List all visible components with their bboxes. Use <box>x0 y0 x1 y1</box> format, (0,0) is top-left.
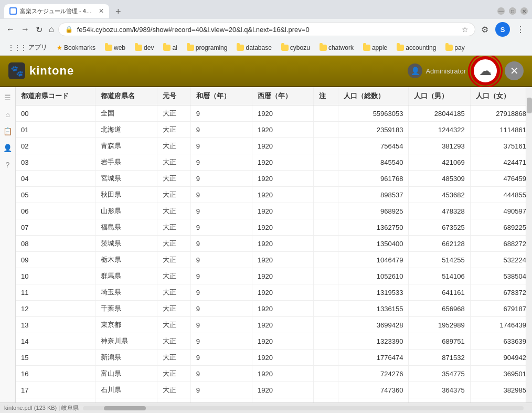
table-cell-15-6: 1776474 <box>338 350 409 366</box>
table-cell-10-2: 大正 <box>157 268 190 284</box>
table-cell-13-2: 大正 <box>157 317 190 333</box>
folder-icon <box>187 45 194 51</box>
table-row[interactable]: 03岩手県大正91920845540421069424471 <box>16 154 532 171</box>
bm-ai[interactable]: ai <box>159 43 180 53</box>
table-row[interactable]: 12千葉県大正919201336155656968679187 <box>16 301 532 317</box>
bm-cybozu[interactable]: cybozu <box>278 43 314 53</box>
table-row[interactable]: 11埼玉県大正919201319533641161678372 <box>16 284 532 301</box>
table-row[interactable]: 16富山県大正91920724276354775369501 <box>16 366 532 382</box>
table-cell-18-5 <box>314 398 338 403</box>
table-cell-7-8: 689225 <box>470 219 531 236</box>
table-cell-11-2: 大正 <box>157 284 190 301</box>
header-user-name: Administrator <box>425 67 466 75</box>
sidebar-home-icon[interactable]: ⌂ <box>3 108 12 121</box>
scroll-thumb-horizontal[interactable] <box>104 406 146 410</box>
bm-pay-label: pay <box>454 44 464 51</box>
table-row[interactable]: 06山形県大正91920968925478328490597 <box>16 203 532 219</box>
table-cell-7-3: 9 <box>190 219 252 236</box>
table-row[interactable]: 08茨城県大正919201350400662128688272 <box>16 236 532 252</box>
table-row[interactable]: 18福井県大正91920599155293181305974 <box>16 398 532 403</box>
col-header-0: 都道府県コード <box>16 87 95 105</box>
table-cell-10-5 <box>314 268 338 284</box>
sidebar-help-icon[interactable]: ? <box>4 158 12 171</box>
new-tab-button[interactable]: + <box>112 5 124 18</box>
back-button[interactable]: ← <box>4 23 17 36</box>
sidebar-menu-icon[interactable]: ☰ <box>2 91 13 104</box>
sidebar: ☰ ⌂ 📋 👤 ? <box>0 87 16 403</box>
table-row[interactable]: 14神奈川県大正919201323390689751633639 <box>16 333 532 350</box>
table-row[interactable]: 07福島県大正919201362750673525689225 <box>16 219 532 236</box>
star-icon[interactable]: ☆ <box>462 25 469 34</box>
bm-database[interactable]: database <box>233 43 275 53</box>
home-button[interactable]: ⌂ <box>47 23 56 36</box>
menu-icon[interactable]: ⋮ <box>513 22 528 37</box>
table-row[interactable]: 04宮城県大正91920961768485309476459 <box>16 171 532 187</box>
close-window-button[interactable]: ✕ <box>520 7 528 15</box>
table-cell-14-5 <box>314 333 338 350</box>
address-icons: ☆ <box>462 25 469 34</box>
bm-dev[interactable]: dev <box>131 43 157 53</box>
table-row[interactable]: 02青森県大正91920756454381293375161 <box>16 138 532 154</box>
apps-label: アプリ <box>28 43 47 52</box>
table-cell-6-5 <box>314 203 338 219</box>
table-row[interactable]: 09栃木県大正919201046479514255532224 <box>16 252 532 268</box>
bookmarks-bar: ⋮⋮⋮ アプリ ★ Bookmarks web dev ai programin… <box>0 40 532 56</box>
extensions-icon[interactable]: ⚙ <box>477 22 492 37</box>
address-bar[interactable]: 🔒 fe54k.cybozu.com/k/989/show#record=40&… <box>58 23 475 36</box>
bm-apple[interactable]: apple <box>359 43 391 53</box>
table-cell-7-2: 大正 <box>157 219 190 236</box>
vertical-scrollbar[interactable] <box>526 87 532 403</box>
reload-button[interactable]: ↻ <box>34 23 45 37</box>
table-cell-4-0: 04 <box>16 171 95 187</box>
bm-chatwork-label: chatwork <box>328 44 354 51</box>
table-cell-2-6: 756454 <box>338 138 409 154</box>
maximize-button[interactable]: □ <box>509 7 516 15</box>
sidebar-record-icon[interactable]: 📋 <box>1 125 14 137</box>
user-avatar[interactable]: S <box>495 22 510 37</box>
table-cell-15-8: 904942 <box>470 350 531 366</box>
minimize-button[interactable]: — <box>497 7 505 15</box>
table-container[interactable]: 都道府県コード都道府県名元号和暦（年）西暦（年）注人口（総数）人口（男）人口（女… <box>16 87 532 403</box>
horizontal-scrollbar[interactable] <box>83 406 524 410</box>
table-row[interactable]: 15新潟県大正919201776474871532904942 <box>16 350 532 366</box>
table-cell-0-2: 大正 <box>157 105 190 122</box>
upload-button[interactable]: ☁ <box>472 58 498 84</box>
col-header-2: 元号 <box>157 87 190 105</box>
close-panel-button[interactable]: ✕ <box>505 61 524 80</box>
active-tab[interactable]: 富楽スケジュール管理 - 40 - レコード... ✕ <box>4 4 109 18</box>
bm-web[interactable]: web <box>101 43 129 53</box>
tab-close-btn[interactable]: ✕ <box>99 7 104 15</box>
table-cell-14-6: 1323390 <box>338 333 409 350</box>
table-cell-12-8: 679187 <box>470 301 531 317</box>
table-cell-0-3: 9 <box>190 105 252 122</box>
bookmarks-star-item[interactable]: ★ Bookmarks <box>53 43 99 53</box>
table-cell-6-6: 968925 <box>338 203 409 219</box>
table-cell-13-8: 1746439 <box>470 317 531 333</box>
table-cell-11-8: 678372 <box>470 284 531 301</box>
table-cell-7-1: 福島県 <box>95 219 157 236</box>
bm-programing[interactable]: programing <box>183 43 231 53</box>
table-row[interactable]: 17石川県大正91920747360364375382985 <box>16 382 532 398</box>
table-cell-11-7: 641161 <box>409 284 470 301</box>
table-cell-3-1: 岩手県 <box>95 154 157 171</box>
table-row[interactable]: 13東京都大正91920369942819529891746439 <box>16 317 532 333</box>
bm-chatwork[interactable]: chatwork <box>316 43 357 53</box>
table-cell-8-2: 大正 <box>157 236 190 252</box>
table-cell-16-4: 1920 <box>252 366 313 382</box>
logo-text: kintone <box>29 64 74 78</box>
table-cell-4-2: 大正 <box>157 171 190 187</box>
forward-button[interactable]: → <box>19 23 31 36</box>
table-cell-13-0: 13 <box>16 317 95 333</box>
bm-accounting[interactable]: accounting <box>393 43 440 53</box>
table-cell-17-3: 9 <box>190 382 252 398</box>
bm-pay[interactable]: pay <box>442 43 468 53</box>
table-row[interactable]: 10群馬県大正919201052610514106538504 <box>16 268 532 284</box>
table-row[interactable]: 01北海道大正91920235918312443221114861 <box>16 122 532 138</box>
apps-item[interactable]: ⋮⋮⋮ アプリ <box>4 41 51 54</box>
sidebar-user-icon[interactable]: 👤 <box>1 142 14 154</box>
table-row[interactable]: 00全国大正91920559630532804418527918868 <box>16 105 532 122</box>
table-row[interactable]: 05秋田県大正91920898537453682444855 <box>16 187 532 203</box>
scroll-thumb-vertical[interactable] <box>527 98 532 113</box>
table-cell-9-1: 栃木県 <box>95 252 157 268</box>
table-cell-16-2: 大正 <box>157 366 190 382</box>
